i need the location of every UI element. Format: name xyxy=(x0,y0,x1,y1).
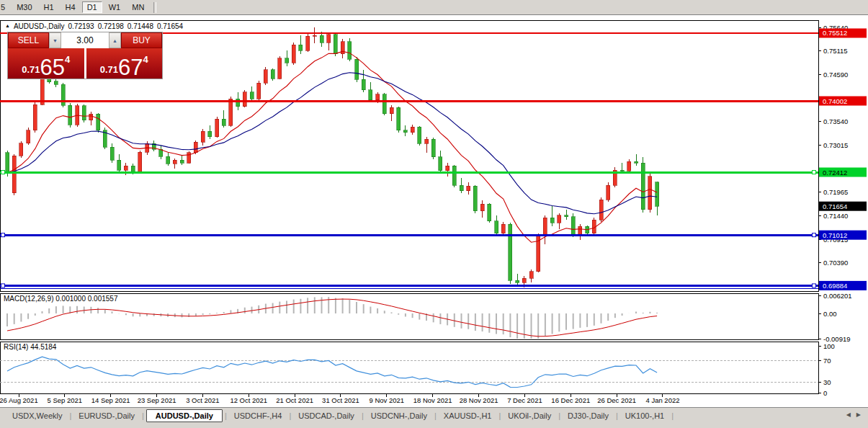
svg-text:0.71012: 0.71012 xyxy=(823,231,847,239)
buy-price-big: 67 xyxy=(118,58,143,77)
svg-text:70: 70 xyxy=(823,357,831,365)
collapse-icon[interactable]: ▲ xyxy=(5,23,10,28)
svg-text:26 Dec 2021: 26 Dec 2021 xyxy=(597,396,636,404)
sell-button[interactable]: SELL xyxy=(8,32,49,48)
svg-text:30: 30 xyxy=(823,378,831,386)
svg-text:0.72412: 0.72412 xyxy=(823,169,847,177)
svg-text:0.75115: 0.75115 xyxy=(823,47,848,55)
tab-divider: | xyxy=(671,411,674,420)
volume-decrease-button[interactable]: ▼ xyxy=(49,32,61,48)
svg-text:MACD(12,26,9) 0.001000 0.00155: MACD(12,26,9) 0.001000 0.001557 xyxy=(4,295,118,303)
svg-text:0.71440: 0.71440 xyxy=(823,212,848,220)
timeframe-button-m30[interactable]: M30 xyxy=(12,1,37,13)
buy-price-prefix: 0.71 xyxy=(100,64,118,75)
svg-text:100: 100 xyxy=(823,342,835,350)
svg-text:0.74002: 0.74002 xyxy=(823,97,847,105)
ohlc-open: 0.72193 xyxy=(68,22,94,30)
tab-scroll-right-icon[interactable]: ▶ xyxy=(856,411,861,418)
buy-price-sup: 4 xyxy=(143,54,148,65)
tabs-list: USDX,Weekly|EURUSD-,Daily|AUDUSD-,Daily|… xyxy=(0,409,674,422)
tab-scroll-left-icon[interactable]: ◀ xyxy=(846,411,851,418)
chevron-down-icon: ▼ xyxy=(53,38,58,43)
ohlc-high: 0.72198 xyxy=(98,22,124,30)
svg-text:RSI(14) 44.5184: RSI(14) 44.5184 xyxy=(4,343,57,351)
tab-dj30-daily[interactable]: DJ30-,Daily xyxy=(561,410,615,422)
sell-price-sup: 4 xyxy=(65,54,70,65)
ohlc-low: 0.71448 xyxy=(127,22,153,30)
svg-text:0.00: 0.00 xyxy=(823,310,837,318)
svg-text:0.75512: 0.75512 xyxy=(823,29,847,37)
timeframe-button-w1[interactable]: W1 xyxy=(104,1,126,13)
svg-text:0.006201: 0.006201 xyxy=(823,292,852,300)
buy-price-button[interactable]: 0.71674 xyxy=(86,48,163,79)
svg-text:3 Oct 2021: 3 Oct 2021 xyxy=(186,396,219,404)
tab-eurusd-daily[interactable]: EURUSD-,Daily xyxy=(72,410,141,422)
toolbar-separator xyxy=(153,2,156,13)
chart-symbol-label: AUDUSD-,Daily xyxy=(14,22,65,30)
volume-input[interactable] xyxy=(61,32,109,48)
svg-text:0: 0 xyxy=(823,389,827,397)
svg-text:26 Aug 2021: 26 Aug 2021 xyxy=(0,396,38,404)
chevron-up-icon: ▲ xyxy=(112,38,117,43)
sell-price-big: 65 xyxy=(40,58,65,77)
svg-text:0.71654: 0.71654 xyxy=(823,202,847,210)
tab-usdcad-daily[interactable]: USDCAD-,Daily xyxy=(292,410,361,422)
tab-uk100-h1[interactable]: UK100-,H1 xyxy=(619,410,671,422)
timeframe-toolbar: 5M30H1H4D1W1MN xyxy=(0,0,868,15)
svg-text:0.71965: 0.71965 xyxy=(823,188,848,196)
one-click-trade-panel: SELL ▼ ▲ BUY 0.71654 0.71674 xyxy=(7,32,163,79)
sell-price-prefix: 0.71 xyxy=(22,64,40,75)
chart-tab-bar: USDX,Weekly|EURUSD-,Daily|AUDUSD-,Daily|… xyxy=(0,407,868,428)
svg-text:18 Nov 2021: 18 Nov 2021 xyxy=(413,396,452,404)
timeframe-button-d1[interactable]: D1 xyxy=(82,1,102,13)
svg-text:0.73015: 0.73015 xyxy=(823,141,848,149)
svg-text:0.73540: 0.73540 xyxy=(823,117,848,125)
svg-text:12 Oct 2021: 12 Oct 2021 xyxy=(230,396,267,404)
svg-text:5 Sep 2021: 5 Sep 2021 xyxy=(48,396,83,404)
tab-usdx-weekly[interactable]: USDX,Weekly xyxy=(6,410,68,422)
timeframe-button-h1[interactable]: H1 xyxy=(39,1,59,13)
svg-text:21 Oct 2021: 21 Oct 2021 xyxy=(276,396,313,404)
volume-stepper: ▼ ▲ xyxy=(49,32,121,48)
svg-text:28 Nov 2021: 28 Nov 2021 xyxy=(460,396,498,404)
svg-text:14 Sep 2021: 14 Sep 2021 xyxy=(91,396,130,404)
tab-scroll-arrows: ◀ ▶ xyxy=(846,409,861,418)
timeframe-button-h4[interactable]: H4 xyxy=(61,1,81,13)
svg-text:23 Sep 2021: 23 Sep 2021 xyxy=(138,396,176,404)
tab-usdchf-h4[interactable]: USDCHF-,H4 xyxy=(228,410,289,422)
sell-price-button[interactable]: 0.71654 xyxy=(8,48,84,79)
tab-xauusd-h1[interactable]: XAUUSD-,H1 xyxy=(437,410,498,422)
svg-text:7 Dec 2021: 7 Dec 2021 xyxy=(507,396,542,404)
svg-text:31 Oct 2021: 31 Oct 2021 xyxy=(322,396,359,404)
svg-text:0.70390: 0.70390 xyxy=(823,259,848,267)
svg-text:16 Dec 2021: 16 Dec 2021 xyxy=(551,396,590,404)
timeframe-button-mn[interactable]: MN xyxy=(127,1,149,13)
ohlc-close: 0.71654 xyxy=(157,22,183,30)
tab-usdcnh-daily[interactable]: USDCNH-,Daily xyxy=(364,410,434,422)
timeframe-button-5[interactable]: 5 xyxy=(0,1,10,13)
tab-audusd-daily[interactable]: AUDUSD-,Daily xyxy=(146,409,223,422)
volume-increase-button[interactable]: ▲ xyxy=(109,32,121,48)
tab-ukoil-daily[interactable]: UKOil-,Daily xyxy=(501,410,558,422)
buy-button[interactable]: BUY xyxy=(121,32,162,48)
svg-text:4 Jan 2022: 4 Jan 2022 xyxy=(645,396,679,404)
svg-text:0.69884: 0.69884 xyxy=(823,282,847,290)
tab-divider: | xyxy=(141,411,145,420)
svg-text:9 Nov 2021: 9 Nov 2021 xyxy=(370,396,405,404)
svg-text:0.74590: 0.74590 xyxy=(823,71,848,79)
chart-title: ▲ AUDUSD-,Daily 0.72193 0.72198 0.71448 … xyxy=(5,22,183,30)
